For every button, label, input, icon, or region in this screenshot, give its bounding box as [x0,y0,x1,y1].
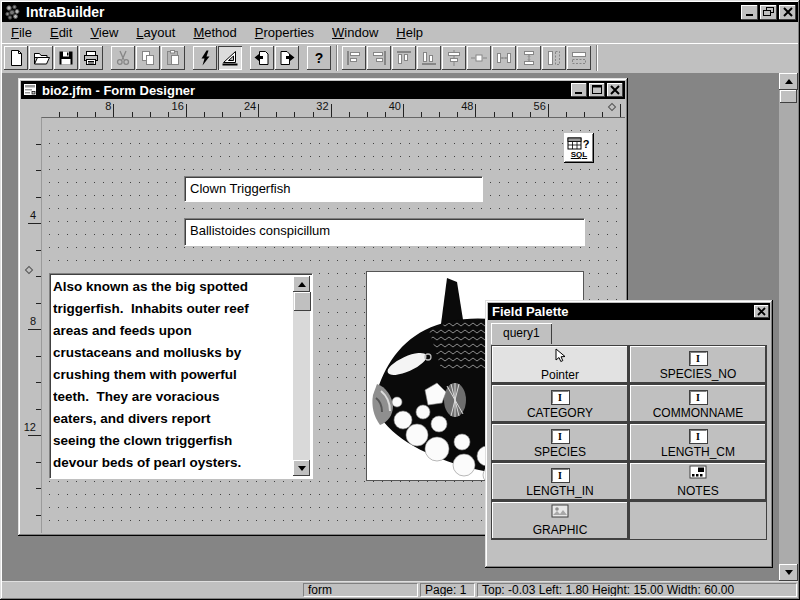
align-right-button[interactable] [367,46,391,70]
text-field-icon: I [690,391,707,404]
intrabuilder-window: IntraBuilder FileEditViewLayoutMethodPro… [0,0,800,600]
scrollbar-thumb[interactable] [780,90,797,103]
save-file-button[interactable] [54,46,78,70]
tool-label: COMMONNAME [653,406,744,420]
space-evenly-vertical-button[interactable] [517,46,541,70]
workspace-scrollbar[interactable] [779,73,798,581]
ruler-position-marker [25,266,33,274]
ruler-label: 32 [307,100,329,112]
ruler-label: 56 [524,100,546,112]
open-file-button[interactable] [29,46,53,70]
form-designer-title: bio2.jfm - Form Designer [42,83,195,98]
notes-tool[interactable]: NOTES [630,463,766,500]
field-palette-title-bar[interactable]: Field Palette [488,303,770,320]
graphic-tool[interactable]: GRAPHIC [492,502,628,539]
field-palette-tabs: query1 [491,323,552,344]
notes-text: Also known as the big spotted triggerfis… [53,276,292,476]
scroll-up-icon[interactable] [779,73,798,90]
copy-button[interactable] [136,46,160,70]
field-palette-close-icon[interactable] [754,305,769,318]
status-page: Page: 1 [420,583,475,597]
size-to-widest-button[interactable] [567,46,591,70]
tool-label: LENGTH_IN [526,484,593,498]
horizontal-ruler: 8162432404856 [41,99,625,117]
svg-text:?: ? [315,50,324,66]
menu-item-edit[interactable]: Edit [41,23,81,42]
scroll-down-icon[interactable] [779,564,798,581]
close-button[interactable] [779,5,796,20]
form-minimize-button[interactable] [571,83,587,97]
commonname-tool[interactable]: ICOMMONNAME [630,385,766,422]
vertical-ruler: 4812 [21,117,41,533]
commonname-text-field[interactable]: Clown Triggerfish [184,176,483,202]
toolbar: ? [2,43,798,73]
form-close-button[interactable] [607,83,623,97]
graphic-field-icon [551,504,569,518]
ruler-label: 12 [23,421,36,433]
minimize-button[interactable] [741,5,758,20]
scrollbar-thumb[interactable] [294,292,311,311]
mdi-workspace: bio2.jfm - Form Designer 8162432404856 4… [2,73,798,581]
page-next-button[interactable] [275,46,299,70]
field-palette-grid: PointerISPECIES_NOICATEGORYICOMMONNAMEIS… [491,345,767,540]
menu-item-layout[interactable]: Layout [127,23,184,42]
align-left-button[interactable] [342,46,366,70]
form-maximize-button[interactable] [589,83,605,97]
menu-item-method[interactable]: Method [184,23,245,42]
print-button[interactable] [79,46,103,70]
length_cm-tool[interactable]: ILENGTH_CM [630,424,766,461]
species-text-field[interactable]: Ballistoides conspicillum [184,218,585,246]
notes-field-icon [689,465,707,479]
scroll-up-icon[interactable] [293,276,310,292]
form-window-icon [23,83,39,97]
align-center-horizontal-button[interactable] [467,46,491,70]
species_no-tool[interactable]: ISPECIES_NO [630,346,766,383]
pointer-tool[interactable]: Pointer [492,346,628,383]
ruler-label: 40 [379,100,401,112]
field-palette-title: Field Palette [492,304,569,319]
app-title-bar[interactable]: IntraBuilder [2,2,798,22]
ruler-label: 24 [234,100,256,112]
status-bar: form Page: 1 Top: -0.03 Left: 1.80 Heigh… [2,581,798,598]
design-mode-button[interactable] [218,46,242,70]
category-tool[interactable]: ICATEGORY [492,385,628,422]
align-top-button[interactable] [392,46,416,70]
align-bottom-button[interactable] [417,46,441,70]
restore-button[interactable] [760,5,777,20]
notes-textarea[interactable]: Also known as the big spotted triggerfis… [49,273,313,479]
page-previous-button[interactable] [250,46,274,70]
help-button[interactable]: ? [307,46,331,70]
empty-cell [630,502,766,539]
align-center-vertical-button[interactable] [442,46,466,70]
svg-text:?: ? [583,138,590,150]
scroll-down-icon[interactable] [293,460,310,476]
tool-label: GRAPHIC [533,523,588,537]
form-designer-title-bar[interactable]: bio2.jfm - Form Designer [21,81,625,99]
tool-label: SPECIES_NO [660,367,737,381]
status-geometry: Top: -0.03 Left: 1.80 Height: 15.00 Widt… [477,583,797,597]
paste-button[interactable] [161,46,185,70]
space-evenly-horizontal-button[interactable] [492,46,516,70]
new-file-button[interactable] [4,46,28,70]
ruler-label: 8 [89,100,111,112]
ruler-label: 16 [162,100,184,112]
ruler-position-marker [608,103,616,111]
notes-scrollbar[interactable] [293,276,310,476]
status-spacer [2,581,302,598]
menu-item-window[interactable]: Window [323,23,387,42]
menu-item-help[interactable]: Help [387,23,432,42]
query-sql-object[interactable]: ? SQL [564,133,594,163]
size-to-tallest-button[interactable] [542,46,566,70]
cut-button[interactable] [111,46,135,70]
tab-query1[interactable]: query1 [491,323,552,344]
run-button[interactable] [193,46,217,70]
menu-bar: FileEditViewLayoutMethodPropertiesWindow… [2,22,798,43]
field-palette-window: Field Palette query1 PointerISPECIES_NOI… [485,300,773,568]
tool-label: Pointer [541,368,579,382]
length_in-tool[interactable]: ILENGTH_IN [492,463,628,500]
menu-item-file[interactable]: File [2,23,41,42]
menu-item-view[interactable]: View [81,23,127,42]
menu-item-properties[interactable]: Properties [246,23,323,42]
tool-label: SPECIES [534,445,586,459]
species-tool[interactable]: ISPECIES [492,424,628,461]
